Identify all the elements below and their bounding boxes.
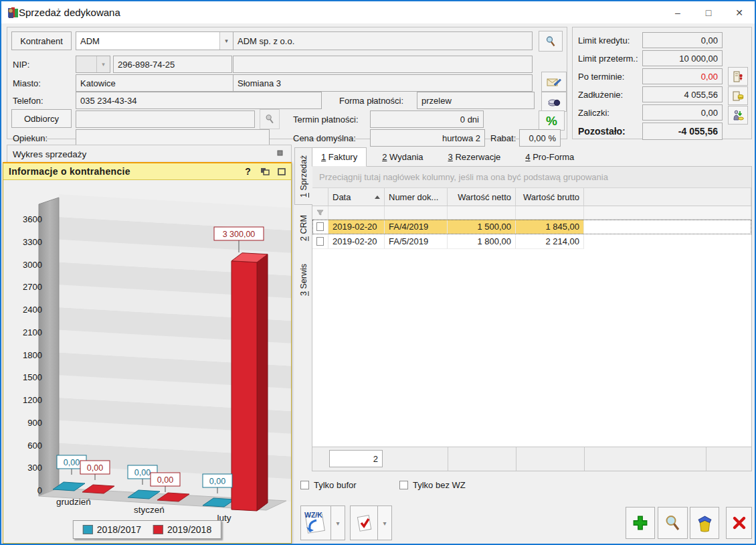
chevron-down-icon: ▾	[383, 520, 386, 527]
svg-text:2700: 2700	[23, 282, 42, 292]
grid-summary-footer: 2	[312, 447, 751, 471]
header-data[interactable]: Data	[328, 188, 385, 206]
header-brutto[interactable]: Wartość brutto	[516, 188, 584, 206]
row-checkbox[interactable]	[316, 237, 324, 246]
svg-text:600: 600	[27, 441, 42, 451]
add-button[interactable]	[626, 507, 655, 539]
kontrahent-name2-field[interactable]	[233, 56, 533, 73]
sales-bar-chart: 0300600900120015001800210024002700300033…	[3, 180, 291, 545]
wzk-icon: WZ/K	[304, 511, 322, 519]
document-tabs: 1 Faktury 2 Wydania 3 Rezerwacje 4 Pro-F…	[312, 147, 589, 167]
zaliczki-value: 0,00	[642, 104, 723, 121]
kontrahent-code-combo[interactable]: ADM ▾	[76, 31, 233, 50]
po-terminie-label: Po terminie:	[578, 72, 624, 82]
header-numer[interactable]: Numer dok...	[385, 188, 448, 206]
tab-wydania[interactable]: 2 Wydania	[373, 147, 432, 167]
forma-platnosci-label: Forma płatności:	[339, 96, 403, 106]
magnifier-icon	[264, 114, 275, 125]
tab-rezerwacje[interactable]: 3 Rezerwacje	[439, 147, 510, 167]
open-details-button[interactable]	[658, 507, 688, 539]
kontrahent-button[interactable]: Kontrahent	[11, 31, 72, 50]
po-terminie-value: 0,00	[642, 68, 723, 84]
tylko-bez-wz-checkbox[interactable]	[399, 481, 408, 489]
magnifier-icon	[545, 35, 557, 48]
discount-button[interactable]: %	[539, 110, 565, 131]
kontrahent-lookup-button[interactable]	[539, 31, 563, 52]
payments-list-icon	[733, 71, 743, 82]
kontrahent-name-field[interactable]: ADM sp. z o.o.	[233, 31, 533, 50]
chevron-down-icon[interactable]: ▾	[219, 32, 233, 50]
debt-book-icon	[733, 90, 744, 101]
tab-faktury[interactable]: 1 Faktury	[312, 147, 367, 167]
filter-cell[interactable]	[312, 206, 328, 220]
svg-text:900: 900	[27, 418, 42, 428]
app-icon	[7, 7, 20, 19]
row-checkbox[interactable]	[316, 222, 324, 231]
minimize-icon[interactable]: –	[662, 1, 693, 23]
odbiorcy-lookup-button[interactable]	[260, 109, 280, 129]
svg-text:0,00: 0,00	[134, 468, 151, 477]
table-row[interactable]: 2019-02-20 FA/5/2019 1 800,00 2 214,00	[312, 234, 751, 249]
header-checkbox-column[interactable]	[312, 188, 328, 206]
tab-pro-forma[interactable]: 4 Pro-Forma	[516, 147, 583, 167]
nip-type-combo[interactable]: ▾	[76, 56, 110, 73]
check-document-icon	[355, 514, 373, 532]
send-address-button[interactable]	[541, 72, 567, 92]
filter-row	[312, 206, 751, 220]
debt-details-button[interactable]	[728, 86, 748, 105]
svg-text:1800: 1800	[23, 350, 42, 360]
check-document-button[interactable]	[350, 505, 378, 540]
wzk-button[interactable]: WZ/K	[300, 505, 331, 540]
maximize-icon[interactable]: □	[693, 1, 724, 23]
rabat-label: Rabat:	[490, 133, 516, 143]
adres-field[interactable]: Słomiana 3	[233, 74, 533, 92]
svg-text:300: 300	[27, 463, 42, 473]
termin-platnosci-field[interactable]: 0 dni	[370, 110, 484, 128]
miasto-field[interactable]: Katowice	[76, 74, 233, 92]
svg-text:0,00: 0,00	[87, 463, 103, 473]
percent-icon: %	[546, 114, 557, 127]
tylko-bufor-filter[interactable]: Tylko bufor	[300, 480, 357, 490]
tab-sprzedaz[interactable]: 1 Sprzedaż	[294, 147, 312, 205]
check-dropdown-button[interactable]: ▾	[377, 505, 392, 540]
svg-text:3600: 3600	[23, 214, 42, 224]
cena-domyslna-field[interactable]: hurtowa 2	[370, 129, 485, 147]
maximize-icon[interactable]	[278, 168, 286, 175]
pozostalo-label: Pozostało:	[578, 127, 626, 137]
payments-list-button[interactable]	[728, 67, 748, 86]
forma-platnosci-field[interactable]: przelew	[417, 92, 535, 109]
advances-button[interactable]	[728, 106, 748, 125]
payment-form-button[interactable]	[541, 92, 567, 112]
telefon-field[interactable]: 035 234-43-34	[76, 92, 322, 109]
nip-field[interactable]: 296-898-74-25	[113, 56, 232, 73]
termin-platnosci-label: Termin płatności:	[293, 114, 359, 125]
close-icon[interactable]: ✕	[724, 1, 755, 23]
table-row[interactable]: 2019-02-20 FA/4/2019 1 500,00 1 845,00	[312, 220, 751, 234]
chevron-down-icon: ▾	[336, 520, 339, 527]
group-by-hint[interactable]: Przeciągnij tutaj nagłówek kolumny, jeśl…	[312, 167, 751, 188]
close-button[interactable]	[726, 507, 752, 539]
rabat-field[interactable]: 0,00 %	[519, 129, 561, 147]
odbiorcy-button[interactable]: Odbiorcy	[11, 109, 72, 128]
header-netto[interactable]: Wartość netto	[448, 188, 516, 206]
titlebar: Sprzedaż dedykowana – □ ✕	[1, 1, 755, 23]
chart-legend: 2018/2017 2019/2018	[73, 520, 221, 539]
limit-przeterm-label: Limit przeterm.:	[578, 54, 638, 64]
tylko-bez-wz-filter[interactable]: Tylko bez WZ	[399, 480, 466, 490]
limit-kredytu-label: Limit kredytu:	[578, 35, 630, 46]
tylko-bufor-checkbox[interactable]	[300, 481, 309, 489]
restore-icon[interactable]	[260, 167, 270, 175]
cena-domyslna-label: Cena domyślna:	[293, 133, 356, 143]
close-x-icon	[731, 515, 747, 531]
wzk-dropdown-button[interactable]: ▾	[330, 505, 345, 540]
info-window-titlebar[interactable]: Informacje o kontrahencie ?	[3, 163, 291, 180]
svg-text:0: 0	[37, 485, 42, 495]
delete-button[interactable]	[690, 507, 719, 539]
svg-text:styczeń: styczeń	[134, 505, 165, 515]
pin-icon[interactable]	[277, 150, 283, 156]
help-icon[interactable]: ?	[245, 166, 251, 177]
tab-serwis[interactable]: 3 Serwis	[294, 256, 312, 304]
odbiorcy-field[interactable]	[76, 110, 255, 128]
grid-header: Data Numer dok... Wartość netto Wartość …	[312, 188, 751, 206]
tab-crm[interactable]: 2 CRM	[294, 210, 312, 246]
